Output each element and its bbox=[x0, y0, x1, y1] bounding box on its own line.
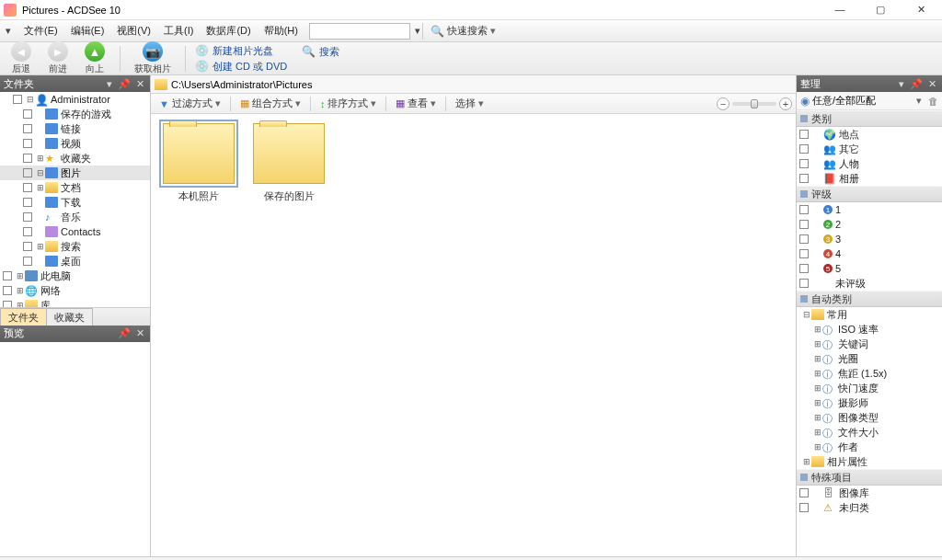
section-special[interactable]: 特殊项目 bbox=[797, 469, 942, 486]
checkbox[interactable] bbox=[799, 488, 809, 497]
rating-item[interactable]: 22 bbox=[797, 217, 942, 232]
expand-icon[interactable]: ⊞ bbox=[16, 271, 25, 280]
autocat-item[interactable]: ⊞ⓘ焦距 (1.5x) bbox=[797, 366, 942, 381]
checkbox[interactable] bbox=[799, 174, 809, 183]
checkbox[interactable] bbox=[799, 159, 809, 168]
expand-icon[interactable]: ⊞ bbox=[813, 325, 822, 334]
category-item[interactable]: 👥人物 bbox=[797, 156, 942, 171]
menu-database[interactable]: 数据库(D) bbox=[201, 22, 256, 40]
thumbnail-item[interactable]: 本机照片 bbox=[160, 123, 237, 203]
menu-search-box[interactable] bbox=[309, 23, 410, 40]
menu-tools[interactable]: 工具(I) bbox=[158, 22, 199, 40]
checkbox[interactable] bbox=[23, 198, 32, 207]
tree-item[interactable]: 链接 bbox=[0, 121, 150, 136]
expand-icon[interactable]: ⊞ bbox=[36, 242, 45, 251]
tree-item[interactable]: 桌面 bbox=[0, 254, 150, 269]
thumbnail-area[interactable]: 本机照片保存的图片 bbox=[151, 114, 796, 556]
folder-tree[interactable]: ⊟👤Administrator保存的游戏链接视频⊞★收藏夹⊟图片⊞文档下载♪音乐… bbox=[0, 92, 150, 307]
group-button[interactable]: ▦组合方式▾ bbox=[236, 96, 305, 111]
checkbox[interactable] bbox=[799, 264, 809, 273]
checkbox[interactable] bbox=[799, 279, 809, 288]
checkbox[interactable] bbox=[13, 95, 22, 104]
checkbox[interactable] bbox=[3, 271, 12, 280]
tree-item[interactable]: ⊟图片 bbox=[0, 166, 150, 180]
expand-icon[interactable]: ⊞ bbox=[36, 154, 45, 163]
tab-favorites[interactable]: 收藏夹 bbox=[46, 308, 93, 326]
autocat-item[interactable]: ⊞ⓘ文件大小 bbox=[797, 425, 942, 440]
expand-icon[interactable]: ⊟ bbox=[36, 168, 45, 177]
sort-button[interactable]: ↕排序方式▾ bbox=[316, 96, 382, 111]
checkbox[interactable] bbox=[23, 212, 32, 222]
tree-item[interactable]: ♪音乐 bbox=[0, 210, 150, 224]
tree-item[interactable]: ⊞搜索 bbox=[0, 239, 150, 254]
section-rating[interactable]: 评级 bbox=[797, 186, 942, 202]
menu-view[interactable]: 视图(V) bbox=[111, 22, 156, 40]
up-button[interactable]: ▲向上 bbox=[79, 41, 110, 75]
panel-pin-icon[interactable]: 📌 bbox=[116, 78, 132, 90]
rating-item[interactable]: 11 bbox=[797, 202, 942, 217]
match-mode[interactable]: ◉ 任意/全部匹配 ▾ 🗑 bbox=[797, 92, 942, 110]
maximize-button[interactable]: ▢ bbox=[868, 4, 892, 16]
thumbnail-item[interactable]: 保存的图片 bbox=[250, 123, 327, 203]
expand-icon[interactable]: ⊞ bbox=[813, 339, 822, 349]
expand-icon[interactable]: ⊞ bbox=[813, 354, 822, 363]
panel-close-icon[interactable]: ✕ bbox=[134, 78, 146, 90]
panel-pin-icon[interactable]: 📌 bbox=[908, 78, 925, 90]
checkbox[interactable] bbox=[799, 144, 809, 154]
search-link[interactable]: 🔍搜索 bbox=[302, 45, 339, 59]
create-cd-link[interactable]: 💿创建 CD 或 DVD bbox=[195, 60, 287, 74]
checkbox[interactable] bbox=[799, 220, 809, 229]
expand-icon[interactable]: ⊟ bbox=[802, 310, 811, 319]
get-photos-button[interactable]: 📷获取相片 bbox=[130, 41, 176, 75]
zoom-slider[interactable] bbox=[732, 102, 776, 106]
expand-icon[interactable]: ⊞ bbox=[813, 398, 822, 407]
expand-icon[interactable]: ⊟ bbox=[26, 95, 35, 104]
panel-pin-icon[interactable]: 📌 bbox=[116, 327, 132, 339]
new-disc-link[interactable]: 💿新建相片光盘 bbox=[195, 44, 287, 58]
checkbox[interactable] bbox=[23, 227, 32, 236]
panel-menu-icon[interactable]: ▾ bbox=[105, 78, 114, 90]
tree-item[interactable]: ⊞🌐网络 bbox=[0, 283, 150, 298]
expand-icon[interactable]: ⊞ bbox=[813, 413, 822, 422]
tree-item[interactable]: ⊞文档 bbox=[0, 180, 150, 195]
checkbox[interactable] bbox=[23, 168, 32, 177]
section-category[interactable]: 类别 bbox=[797, 110, 942, 127]
zoom-control[interactable]: − + bbox=[717, 97, 792, 110]
expand-icon[interactable]: ⊞ bbox=[813, 428, 822, 437]
tree-item[interactable]: 下载 bbox=[0, 195, 150, 210]
checkbox[interactable] bbox=[799, 130, 809, 139]
expand-icon[interactable]: ⊞ bbox=[16, 286, 25, 295]
close-button[interactable]: ✕ bbox=[909, 4, 933, 16]
panel-close-icon[interactable]: ✕ bbox=[926, 78, 938, 90]
checkbox[interactable] bbox=[799, 205, 809, 214]
tree-item[interactable]: Contacts bbox=[0, 224, 150, 239]
section-autocat[interactable]: 自动类别 bbox=[797, 291, 942, 307]
tree-item[interactable]: ⊟👤Administrator bbox=[0, 92, 150, 107]
autocat-item[interactable]: ⊞ⓘ关键词 bbox=[797, 337, 942, 351]
autocat-item[interactable]: ⊞ⓘ作者 bbox=[797, 440, 942, 454]
category-item[interactable]: 📕相册 bbox=[797, 171, 942, 186]
checkbox[interactable] bbox=[23, 183, 32, 192]
menu-dropdown[interactable]: ▾ bbox=[6, 22, 17, 40]
checkbox[interactable] bbox=[23, 154, 32, 163]
checkbox[interactable] bbox=[23, 124, 32, 133]
checkbox[interactable] bbox=[799, 249, 809, 258]
tab-folders[interactable]: 文件夹 bbox=[0, 308, 47, 326]
special-item[interactable]: 🗄图像库 bbox=[797, 486, 942, 500]
zoom-in-button[interactable]: + bbox=[779, 97, 792, 110]
menu-help[interactable]: 帮助(H) bbox=[258, 22, 304, 40]
autocat-item[interactable]: ⊞ⓘ摄影师 bbox=[797, 395, 942, 410]
filter-button[interactable]: ▼过滤方式▾ bbox=[155, 96, 225, 111]
menu-edit[interactable]: 编辑(E) bbox=[65, 22, 110, 40]
trash-icon[interactable]: 🗑 bbox=[928, 96, 938, 107]
checkbox[interactable] bbox=[3, 286, 12, 295]
tree-item[interactable]: ⊞★收藏夹 bbox=[0, 151, 150, 166]
expand-icon[interactable]: ⊞ bbox=[802, 457, 811, 466]
autocat-root[interactable]: ⊟常用 bbox=[797, 307, 942, 322]
tree-item[interactable]: ⊞此电脑 bbox=[0, 269, 150, 283]
rating-item[interactable]: 55 bbox=[797, 261, 942, 276]
category-item[interactable]: 👥其它 bbox=[797, 142, 942, 156]
tree-item[interactable]: 保存的游戏 bbox=[0, 107, 150, 121]
menu-search-dropdown[interactable]: ▾ bbox=[412, 23, 423, 40]
quick-search[interactable]: 🔍 快速搜索 ▾ bbox=[431, 24, 496, 38]
